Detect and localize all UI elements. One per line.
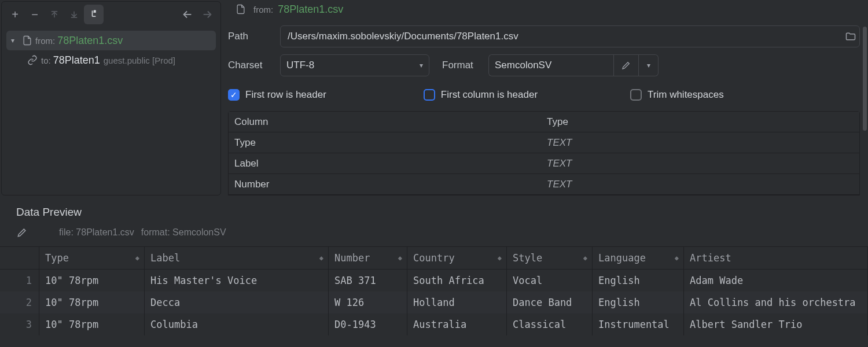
checkbox-checked-icon: ✓: [228, 89, 240, 101]
trim-whitespace-checkbox[interactable]: Trim whitespaces: [630, 89, 724, 101]
sort-icon: ◆: [398, 254, 402, 261]
preview-file-label: file: 78Platen1.csv: [59, 227, 134, 238]
browse-folder-button[interactable]: [845, 31, 856, 42]
data-preview-title: Data Preview: [0, 195, 868, 219]
col-header[interactable]: Language◆: [593, 247, 684, 269]
arrow-up-icon: [49, 9, 60, 20]
sort-icon: ◆: [675, 254, 679, 261]
format-dropdown-button[interactable]: ▾: [639, 54, 659, 76]
column-row[interactable]: TypeTEXT: [229, 132, 859, 153]
arrow-left-icon: [181, 8, 194, 21]
sort-icon: ◆: [498, 254, 502, 261]
first-row-header-checkbox[interactable]: ✓ First row is header: [228, 89, 326, 101]
tree-link-icon: [88, 9, 100, 20]
format-edit-button[interactable]: [613, 54, 639, 76]
data-preview-meta: file: 78Platen1.csv format: SemcolonSV: [0, 219, 868, 238]
remove-button[interactable]: −: [25, 5, 45, 24]
back-button[interactable]: [178, 5, 197, 24]
column-header-name[interactable]: Column: [229, 116, 541, 128]
row-number: 2: [0, 291, 39, 313]
csv-file-icon: [21, 35, 35, 46]
chevron-down-icon: ▾: [11, 36, 21, 45]
column-types-table: Column Type TypeTEXT LabelTEXT NumberTEX…: [228, 111, 860, 195]
format-select[interactable]: SemcolonSV: [488, 54, 613, 76]
folder-icon: [845, 31, 856, 42]
col-header[interactable]: Label◆: [145, 247, 329, 269]
link-mode-button[interactable]: [84, 5, 104, 24]
tree-to-name: 78Platen1: [53, 54, 100, 67]
plus-icon: +: [12, 9, 19, 20]
table-row[interactable]: 3 10" 78rpm Columbia D0-1943 Australia C…: [0, 313, 868, 335]
row-number-header: [0, 247, 39, 269]
sort-icon: ◆: [583, 254, 587, 261]
checkbox-unchecked-icon: [630, 89, 642, 101]
tree-to-label: to:: [41, 56, 51, 65]
import-settings-pane: from: 78Platen1.csv Path /Users/maxim.so…: [225, 0, 868, 195]
column-row[interactable]: LabelTEXT: [229, 153, 859, 174]
source-target-pane: + −: [1, 1, 221, 195]
tree-from-file: 78Platen1.csv: [57, 35, 123, 47]
breadcrumb: from: 78Platen1.csv: [228, 0, 860, 19]
pencil-icon: [621, 60, 631, 71]
pencil-icon: [16, 227, 28, 238]
crumb-from-label: from:: [253, 5, 273, 14]
column-row[interactable]: NumberTEXT: [229, 174, 859, 195]
minus-icon: −: [31, 9, 38, 20]
tree-source-row[interactable]: ▾ from: 78Platen1.csv: [6, 31, 216, 50]
checkbox-unchecked-icon: [424, 89, 435, 101]
tree-target-row[interactable]: to: 78Platen1 guest.public [Prod]: [23, 50, 216, 70]
move-up-button: [45, 5, 64, 24]
arrow-down-icon: [69, 9, 79, 20]
forward-button: [197, 5, 217, 24]
edit-preview-button[interactable]: [16, 227, 28, 238]
col-header[interactable]: Country◆: [407, 247, 507, 269]
tree-toolbar: + −: [2, 2, 220, 27]
col-header[interactable]: Style◆: [507, 247, 593, 269]
col-header[interactable]: Artiest: [684, 247, 868, 269]
format-label: Format: [442, 60, 488, 71]
preview-grid: Type◆ Label◆ Number◆ Country◆ Style◆ Lan…: [0, 246, 868, 335]
first-col-header-checkbox[interactable]: First column is header: [424, 89, 538, 101]
path-label: Path: [228, 31, 280, 42]
column-header-type[interactable]: Type: [541, 116, 568, 128]
col-header[interactable]: Number◆: [329, 247, 407, 269]
add-button[interactable]: +: [5, 5, 25, 24]
charset-select[interactable]: UTF-8 ▾: [280, 54, 429, 76]
path-input[interactable]: /Users/maxim.sobolevskiy/Documents/78Pla…: [280, 25, 860, 47]
tree-from-label: from:: [35, 36, 55, 46]
arrow-right-icon: [201, 8, 214, 21]
preview-format-label: format: SemcolonSV: [141, 227, 226, 238]
row-number: 3: [0, 313, 39, 335]
col-header[interactable]: Type◆: [39, 247, 145, 269]
sort-icon: ◆: [135, 254, 139, 261]
csv-file-icon: [235, 3, 249, 15]
sort-icon: ◆: [319, 254, 323, 261]
chevron-down-icon: ▾: [420, 61, 423, 69]
link-icon: [27, 55, 41, 65]
charset-label: Charset: [228, 60, 280, 71]
move-down-button: [64, 5, 84, 24]
table-row[interactable]: 2 10" 78rpm Decca W 126 Holland Dance Ba…: [0, 291, 868, 313]
row-number: 1: [0, 270, 39, 291]
tree-to-location: guest.public [Prod]: [104, 56, 175, 65]
chevron-down-icon: ▾: [647, 61, 650, 69]
crumb-file: 78Platen1.csv: [278, 3, 343, 16]
table-row[interactable]: 1 10" 78rpm His Master's Voice SAB 371 S…: [0, 270, 868, 291]
mapping-tree: ▾ from: 78Platen1.csv to: 78Platen1 gues…: [2, 27, 220, 70]
vertical-scrollbar[interactable]: [861, 27, 867, 189]
